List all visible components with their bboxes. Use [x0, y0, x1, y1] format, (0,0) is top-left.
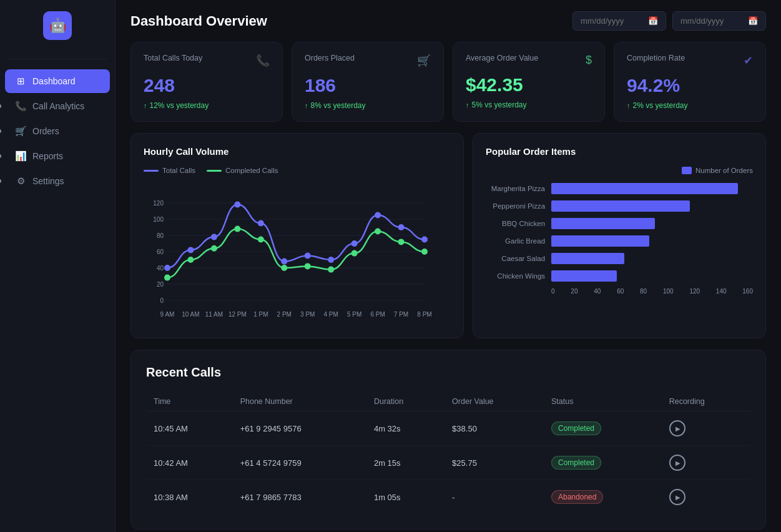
sidebar-item-reports[interactable]: 📊 Reports — [5, 144, 110, 168]
call-recording — [662, 480, 750, 515]
sidebar-item-settings[interactable]: ⚙ Settings — [5, 169, 110, 193]
stat-label-2: Average Order Value — [466, 54, 538, 62]
status-badge: Abandoned — [551, 490, 603, 504]
col-header-status: Status — [544, 392, 662, 411]
svg-text:80: 80 — [157, 232, 164, 239]
sidebar-label-settings: Settings — [32, 176, 64, 186]
svg-text:7 PM: 7 PM — [394, 311, 408, 318]
end-date-field[interactable] — [680, 16, 743, 26]
recent-calls-table: TimePhone NumberDurationOrder ValueStatu… — [146, 392, 750, 514]
bar-fill-5 — [551, 270, 617, 282]
settings-icon: ⚙ — [15, 175, 26, 187]
play-recording-button[interactable] — [669, 455, 685, 471]
sidebar-label-dashboard: Dashboard — [32, 76, 76, 86]
call-status: Completed — [544, 411, 662, 446]
stat-card-1: Orders Placed 🛒 186 8% vs yesterday — [292, 42, 444, 122]
nav-dot — [0, 179, 1, 183]
sidebar-divider — [7, 59, 107, 59]
legend-color — [144, 170, 159, 172]
nav-dot — [0, 154, 1, 158]
svg-point-31 — [282, 265, 287, 270]
start-date-field[interactable] — [581, 16, 643, 26]
svg-point-27 — [188, 257, 193, 262]
bar-legend-color — [682, 167, 692, 174]
call-recording — [662, 446, 750, 480]
logo-icon: 🤖 — [43, 11, 72, 40]
call-order-value: $38.50 — [445, 411, 544, 446]
stat-card-header-1: Orders Placed 🛒 — [305, 54, 431, 67]
hourly-chart-card: Hourly Call Volume Total Calls Completed… — [130, 133, 464, 338]
stat-label-1: Orders Placed — [305, 54, 355, 62]
nav-dot — [0, 104, 1, 108]
call-duration: 1m 05s — [366, 480, 445, 515]
sidebar-item-dashboard[interactable]: ⊞ Dashboard — [5, 69, 110, 93]
call-phone: +61 9 2945 9576 — [233, 411, 366, 446]
legend-color — [207, 170, 222, 172]
play-recording-button[interactable] — [669, 420, 685, 436]
call-recording — [662, 411, 750, 446]
main-content: Dashboard Overview 📅 📅 Total Calls Today… — [115, 0, 781, 532]
sidebar-item-orders[interactable]: 🛒 Orders — [5, 119, 110, 143]
bar-fill-3 — [551, 235, 649, 247]
sidebar-label-reports: Reports — [32, 151, 63, 161]
svg-text:120: 120 — [153, 200, 164, 207]
call-phone: +61 7 9865 7783 — [233, 480, 366, 515]
bar-chart: Margherita Pizza Pepperoni Pizza BBQ Chi… — [486, 183, 753, 295]
call-order-value: $25.75 — [445, 446, 544, 480]
bar-row-0: Margherita Pizza — [486, 183, 753, 194]
bar-x-label: 140 — [716, 288, 727, 295]
call-time: 10:45 AM — [146, 411, 233, 446]
legend-item: Total Calls — [144, 167, 195, 174]
sidebar-label-call-analytics: Call Analytics — [32, 101, 84, 111]
calendar-icon-2: 📅 — [748, 16, 758, 26]
call-duration: 2m 15s — [366, 446, 445, 480]
hourly-chart-title: Hourly Call Volume — [144, 146, 451, 157]
sidebar-item-call-analytics[interactable]: 📞 Call Analytics — [5, 94, 110, 118]
svg-point-23 — [375, 213, 380, 218]
svg-point-19 — [282, 259, 287, 264]
bar-row-2: BBQ Chicken — [486, 218, 753, 229]
popular-items-title: Popular Order Items — [486, 146, 753, 157]
stat-card-2: Average Order Value $ $42.35 5% vs yeste… — [453, 42, 605, 122]
line-chart-svg-el: 020406080100120 9 AM10 AM11 AM12 PM1 PM2… — [144, 182, 431, 319]
svg-point-24 — [399, 225, 404, 230]
recent-calls-card: Recent Calls TimePhone NumberDurationOrd… — [130, 350, 766, 530]
stat-value-0: 248 — [144, 75, 270, 96]
end-date-input[interactable]: 📅 — [672, 11, 766, 31]
stat-label-0: Total Calls Today — [144, 54, 202, 62]
bar-chart-legend: Number of Orders — [486, 167, 753, 174]
svg-text:3 PM: 3 PM — [300, 311, 315, 318]
play-recording-button[interactable] — [669, 489, 685, 505]
svg-point-26 — [165, 275, 170, 280]
bar-fill-0 — [551, 183, 738, 194]
bar-x-label: 80 — [640, 288, 647, 295]
stat-change-2: 5% vs yesterday — [466, 101, 592, 109]
call-phone: +61 4 5724 9759 — [233, 446, 366, 480]
col-header-phone-number: Phone Number — [233, 392, 366, 411]
svg-point-15 — [188, 247, 193, 252]
svg-point-35 — [375, 229, 380, 234]
start-date-input[interactable]: 📅 — [572, 11, 666, 31]
svg-point-34 — [352, 251, 357, 256]
page-title: Dashboard Overview — [130, 13, 267, 29]
line-chart: 020406080100120 9 AM10 AM11 AM12 PM1 PM2… — [144, 182, 451, 325]
bar-x-label: 20 — [571, 288, 577, 295]
svg-point-14 — [165, 265, 170, 270]
legend-label: Total Calls — [162, 167, 195, 174]
bar-x-label: 160 — [742, 288, 753, 295]
svg-text:8 PM: 8 PM — [417, 311, 431, 318]
bar-track-4 — [551, 253, 753, 264]
bar-fill-2 — [551, 218, 655, 229]
stat-change-0: 12% vs yesterday — [144, 101, 270, 110]
bar-track-3 — [551, 235, 753, 247]
svg-point-36 — [399, 239, 404, 244]
stat-card-0: Total Calls Today 📞 248 12% vs yesterday — [130, 42, 283, 122]
svg-point-33 — [328, 267, 333, 272]
stat-value-2: $42.35 — [466, 74, 592, 96]
svg-point-25 — [422, 237, 427, 242]
bar-track-5 — [551, 270, 753, 282]
svg-text:60: 60 — [157, 249, 164, 255]
bar-label-1: Pepperoni Pizza — [486, 202, 545, 210]
bar-label-0: Margherita Pizza — [486, 185, 545, 192]
stat-label-3: Completion Rate — [627, 54, 685, 62]
